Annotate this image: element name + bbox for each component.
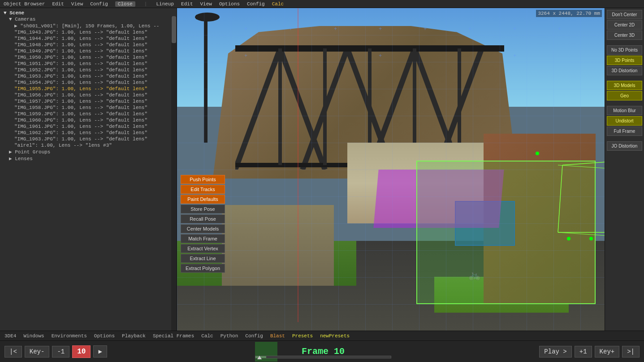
extract-polygon-button[interactable]: Extract Polygon bbox=[181, 264, 225, 273]
img-1961[interactable]: "IMG_1961.JPG": 1.00, Lens --> "default … bbox=[0, 123, 177, 130]
img-1955[interactable]: "IMG_1955.JPG": 1.00, Lens --> "default … bbox=[0, 86, 177, 92]
paint-defaults-button[interactable]: Paint Defaults bbox=[181, 195, 225, 204]
menu-presets[interactable]: Presets bbox=[292, 333, 313, 339]
img-1952[interactable]: "IMG_1952.JPG": 1.00, Lens --> "default … bbox=[0, 67, 177, 73]
scene-tree: ▼ Scene ▼ Cameras ▶ "sh001_v001": [Main]… bbox=[0, 8, 177, 332]
img-1960[interactable]: "IMG_1960.JPG": 1.00, Lens --> "default … bbox=[0, 117, 177, 123]
center-models-button[interactable]: Center Models bbox=[181, 224, 225, 233]
img-1957[interactable]: "IMG_1957.JPG": 1.00, Lens --> "default … bbox=[0, 98, 177, 105]
img-1951[interactable]: "IMG_1951.JPG": 1.00, Lens --> "default … bbox=[0, 61, 177, 67]
geo-button[interactable]: Geo bbox=[607, 91, 642, 100]
menu-blast[interactable]: Blast bbox=[270, 333, 285, 339]
key-minus-button[interactable]: Key- bbox=[25, 346, 50, 358]
minus1-button[interactable]: -1 bbox=[52, 346, 69, 358]
extract-line-button[interactable]: Extract Line bbox=[181, 254, 225, 263]
img-1962[interactable]: "IMG_1962.JPG": 1.00, Lens --> "default … bbox=[0, 130, 177, 136]
no-3d-points-button[interactable]: No 3D Points bbox=[607, 45, 642, 55]
menu-calc[interactable]: Calc bbox=[272, 1, 284, 7]
full-frame-button[interactable]: Full Frame bbox=[607, 126, 642, 136]
timeline-track[interactable] bbox=[255, 356, 391, 358]
airel[interactable]: "airel": 1.00, Lens --> "lens #3" bbox=[0, 142, 177, 148]
menu-playback[interactable]: Playback bbox=[122, 333, 146, 339]
bottom-menu: 3DE4 Windows Environments Options Playba… bbox=[0, 331, 644, 340]
img-1950[interactable]: "IMG_1950.JPG": 1.00, Lens --> "default … bbox=[0, 54, 177, 61]
extract-vertex-button[interactable]: Extract Vertex bbox=[181, 244, 225, 253]
img-1954[interactable]: "IMG_1954.JPG": 1.00, Lens --> "default … bbox=[0, 79, 177, 86]
img-1959[interactable]: "IMG_1959.JPG": 1.00, Lens --> "default … bbox=[0, 111, 177, 117]
left-panel: ▼ Scene ▼ Cameras ▶ "sh001_v001": [Main]… bbox=[0, 8, 177, 340]
img-1958[interactable]: "IMG_1958.JPG": 1.00, Lens --> "default … bbox=[0, 105, 177, 111]
img-1953[interactable]: "IMG_1953.JPG": 1.00, Lens --> "default … bbox=[0, 73, 177, 79]
menu-close[interactable]: Close bbox=[115, 1, 135, 7]
store-pose-button[interactable]: Store Pose bbox=[181, 205, 225, 214]
frame-label: Frame 10 bbox=[116, 346, 530, 357]
menu-calc-bottom[interactable]: Calc bbox=[201, 333, 213, 339]
playback-controls-right: Play > +1 Key+ >| bbox=[535, 346, 644, 358]
push-points-button[interactable]: Push Points bbox=[181, 175, 225, 184]
timeline-cursor bbox=[257, 356, 262, 359]
plus1-button[interactable]: +1 bbox=[575, 346, 592, 358]
menu-3de4[interactable]: 3DE4 bbox=[4, 333, 16, 339]
motion-blur-button[interactable]: Motion Blur bbox=[607, 106, 642, 115]
match-frame-button[interactable]: Match Frame bbox=[181, 234, 225, 243]
menu-config-1[interactable]: Config bbox=[90, 1, 108, 7]
img-1963[interactable]: "IMG_1963.JPG": 1.00, Lens --> "default … bbox=[0, 136, 177, 142]
action-buttons-panel: Push Points Edit Tracks Paint Defaults S… bbox=[181, 175, 225, 273]
img-1943[interactable]: "IMG_1943.JPG": 1.00, Lens --> "default … bbox=[0, 29, 177, 35]
main-camera[interactable]: ▶ "sh001_v001": [Main], 150 Frames, 1.00… bbox=[0, 22, 177, 29]
lamp-fixture bbox=[195, 13, 220, 22]
left-panel-scrollbar[interactable] bbox=[171, 16, 177, 340]
play-button[interactable]: Play > bbox=[539, 346, 571, 358]
img-1949[interactable]: "IMG_1949.JPG": 1.00, Lens --> "default … bbox=[0, 48, 177, 54]
spacer-1 bbox=[607, 41, 642, 44]
img-1948[interactable]: "IMG_1948.JPG": 1.00, Lens --> "default … bbox=[0, 42, 177, 48]
svg-line-0 bbox=[235, 48, 280, 170]
edit-tracks-button[interactable]: Edit Tracks bbox=[181, 185, 225, 194]
cycle-marking: 🚲 bbox=[468, 269, 480, 281]
spacer-4 bbox=[607, 137, 642, 140]
go-end-button[interactable]: >| bbox=[622, 346, 640, 358]
key-plus-button[interactable]: Key+ bbox=[595, 346, 620, 358]
spacer-2 bbox=[607, 76, 642, 80]
lenses[interactable]: ▶ Lenses bbox=[0, 155, 177, 162]
center-2d-button[interactable]: Center 2D bbox=[607, 20, 642, 30]
graffiti-wall bbox=[222, 205, 334, 286]
main-viewport[interactable]: + + + + + + + + + + + + + + + 3264 x 244… bbox=[177, 8, 605, 331]
img-1956[interactable]: "IMG_1956.JPG": 1.00, Lens --> "default … bbox=[0, 92, 177, 98]
menu-view-2[interactable]: View bbox=[200, 1, 212, 7]
cursor-button[interactable]: ▶ bbox=[93, 345, 107, 358]
menu-config-bottom[interactable]: Config bbox=[245, 333, 263, 339]
menu-python[interactable]: Python bbox=[220, 333, 238, 339]
menu-options-bottom[interactable]: Options bbox=[94, 333, 115, 339]
menu-special-frames[interactable]: Special Frames bbox=[153, 333, 194, 339]
playback-bar: |< Key- -1 10 ▶ Frame 10 Play > +1 Key+ … bbox=[0, 340, 644, 362]
menu-windows[interactable]: Windows bbox=[23, 333, 44, 339]
menu-new-presets[interactable]: newPresets bbox=[320, 333, 350, 339]
menu-environments[interactable]: Environments bbox=[52, 333, 87, 339]
spacer-3 bbox=[607, 101, 642, 105]
recall-pose-button[interactable]: Recall Pose bbox=[181, 214, 225, 223]
right-panel: Don't Center Center 2D Center 3D No 3D P… bbox=[605, 8, 644, 340]
3d-models-button[interactable]: 3D Models bbox=[607, 81, 642, 90]
menu-options[interactable]: Options bbox=[219, 1, 240, 7]
go-start-button[interactable]: |< bbox=[4, 346, 22, 358]
svg-line-1 bbox=[280, 48, 325, 170]
menu-edit-1[interactable]: Edit bbox=[52, 1, 64, 7]
point-groups[interactable]: ▶ Point Groups bbox=[0, 148, 177, 155]
3d-distortion-button[interactable]: 3D Distortion bbox=[607, 66, 642, 75]
img-1944[interactable]: "IMG_1944.JPG": 1.00, Lens --> "default … bbox=[0, 35, 177, 42]
jo-distortion-button[interactable]: JO Distortion bbox=[607, 141, 642, 151]
viewport-info: 3264 x 2448, 22.70 mm bbox=[536, 10, 602, 17]
playback-controls-left: |< Key- -1 10 ▶ bbox=[0, 345, 112, 358]
menu-view-1[interactable]: View bbox=[71, 1, 83, 7]
menu-lineup[interactable]: Lineup bbox=[156, 1, 174, 7]
menu-edit-2[interactable]: Edit bbox=[181, 1, 193, 7]
cameras-group[interactable]: ▼ Cameras bbox=[0, 16, 177, 22]
dont-center-button[interactable]: Don't Center bbox=[607, 10, 642, 19]
lamp-post bbox=[204, 17, 207, 143]
menu-config-2[interactable]: Config bbox=[247, 1, 265, 7]
menu-object-browser[interactable]: Object Browser bbox=[4, 1, 45, 7]
undistort-button[interactable]: Undistort bbox=[607, 116, 642, 126]
3d-points-button[interactable]: 3D Points bbox=[607, 56, 642, 65]
center-3d-button[interactable]: Center 3D bbox=[607, 31, 642, 40]
